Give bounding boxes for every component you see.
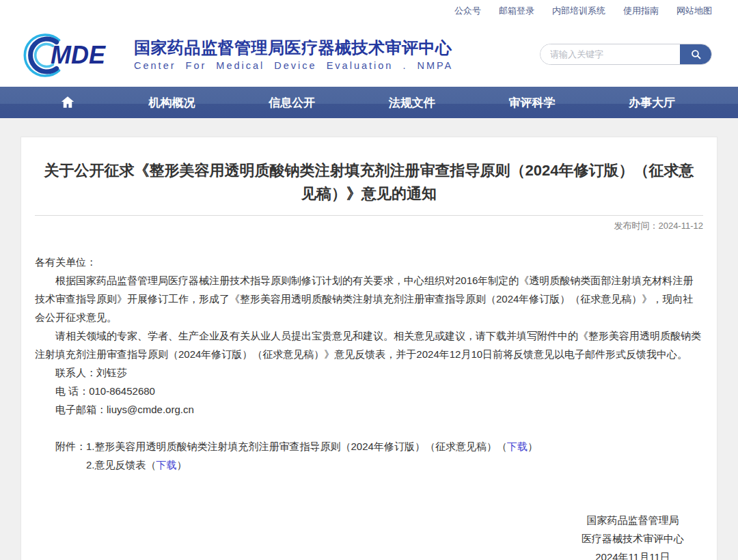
contact-person: 联系人：刘钰莎 [35, 363, 703, 382]
utility-bar: 公众号 邮箱登录 内部培训系统 使用指南 网站地图 [0, 0, 738, 22]
paren-close: ） [528, 440, 538, 452]
home-icon [60, 95, 75, 110]
link-sitemap[interactable]: 网站地图 [676, 5, 712, 17]
paren-close: ） [177, 459, 187, 471]
salutation: 各有关单位： [35, 253, 703, 271]
attachment-2-download-link[interactable]: 下载 [156, 459, 177, 471]
site-logo[interactable]: MDE 国家药品监督管理局医疗器械技术审评中心 Center For Medic… [19, 30, 453, 79]
attachments-section: 附件： 1.整形美容用透明质酸钠类注射填充剂注册审查指导原则（2024年修订版）… [35, 437, 703, 474]
nav-home[interactable] [60, 95, 75, 110]
publish-time: 发布时间：2024-11-12 [35, 220, 703, 232]
contact-email: 电子邮箱：liuys@cmde.org.cn [35, 400, 703, 419]
org-name-cn: 国家药品监督管理局医疗器械技术审评中心 [134, 38, 453, 58]
nav-item-regulations[interactable]: 法规文件 [389, 95, 435, 111]
search-icon [690, 48, 702, 60]
attachment-2-name: 2.意见反馈表 [86, 459, 146, 471]
org-name-block: 国家药品监督管理局医疗器械技术审评中心 Center For Medical D… [134, 38, 453, 71]
paren-open: （ [146, 459, 156, 471]
search-button[interactable] [680, 44, 711, 64]
svg-text:MDE: MDE [51, 41, 106, 69]
attachment-1-name: 1.整形美容用透明质酸钠类注射填充剂注册审查指导原则（2024年修订版）（征求意… [86, 440, 497, 452]
site-search [540, 44, 712, 65]
cmde-logo-icon: MDE [19, 30, 127, 79]
title-divider [35, 215, 703, 216]
signature-date: 2024年11月11日 [582, 548, 684, 560]
article-panel: 关于公开征求《整形美容用透明质酸钠类注射填充剂注册审查指导原则（2024年修订版… [20, 137, 718, 560]
org-name-en: Center For Medical Device Evaluation . N… [134, 60, 453, 71]
attachment-item-1: 1.整形美容用透明质酸钠类注射填充剂注册审查指导原则（2024年修订版）（征求意… [86, 437, 538, 456]
page-body: 关于公开征求《整形美容用透明质酸钠类注射填充剂注册审查指导原则（2024年修订版… [0, 118, 738, 560]
article-body: 各有关单位： 根据国家药品监督管理局医疗器械注册技术指导原则制修订计划的有关要求… [35, 253, 703, 560]
nav-item-review-science[interactable]: 审评科学 [508, 95, 555, 111]
signature-org-1: 国家药品监督管理局 [582, 511, 684, 529]
link-internal-training[interactable]: 内部培训系统 [552, 5, 605, 17]
link-user-guide[interactable]: 使用指南 [623, 5, 659, 17]
contact-phone: 电 话：010-86452680 [35, 382, 703, 400]
nav-item-about[interactable]: 机构概况 [149, 95, 195, 111]
article-title: 关于公开征求《整形美容用透明质酸钠类注射填充剂注册审查指导原则（2024年修订版… [40, 159, 699, 206]
attachment-item-2: 2.意见反馈表（下载） [86, 456, 538, 474]
attachment-1-download-link[interactable]: 下载 [507, 440, 528, 452]
signature-block: 国家药品监督管理局 医疗器械技术审评中心 2024年11月11日 [582, 511, 684, 560]
nav-item-info-disclosure[interactable]: 信息公开 [269, 95, 315, 111]
link-mail-login[interactable]: 邮箱登录 [499, 5, 534, 17]
paren-open: （ [497, 440, 507, 452]
search-input[interactable] [541, 44, 680, 64]
link-official-account[interactable]: 公众号 [454, 5, 481, 17]
attachments-label: 附件： [55, 437, 86, 474]
paragraph-1: 根据国家药品监督管理局医疗器械注册技术指导原则制修订计划的有关要求，中心组织对2… [35, 271, 703, 326]
nav-item-service-hall[interactable]: 办事大厅 [629, 95, 675, 111]
signature-org-2: 医疗器械技术审评中心 [582, 529, 684, 548]
site-header: MDE 国家药品监督管理局医疗器械技术审评中心 Center For Medic… [0, 22, 738, 87]
paragraph-2: 请相关领域的专家、学者、生产企业及有关从业人员提出宝贵意见和建议。相关意见或建议… [35, 326, 703, 363]
main-nav: 机构概况 信息公开 法规文件 审评科学 办事大厅 [0, 87, 738, 118]
